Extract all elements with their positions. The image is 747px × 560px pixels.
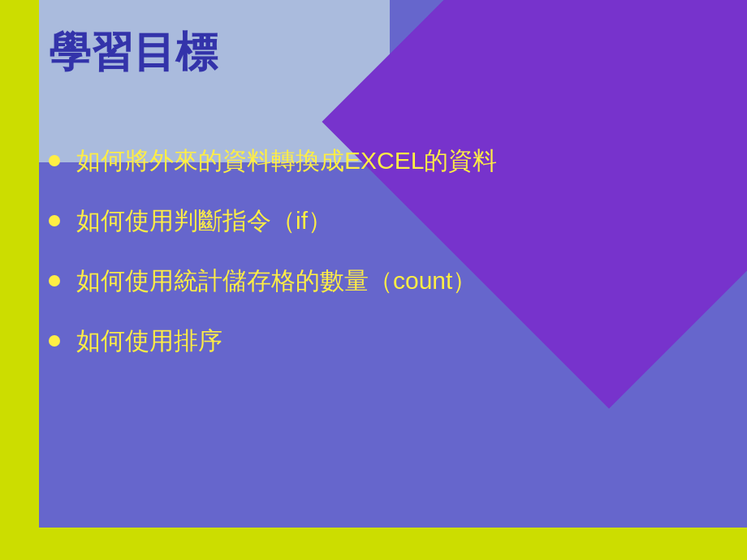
list-item: 如何將外來的資料轉換成EXCEL的資料 — [49, 146, 715, 175]
bullet-dot-2 — [49, 215, 60, 226]
left-bar — [0, 0, 39, 560]
list-item: 如何使用排序 — [49, 326, 715, 355]
title-area: 學習目標 — [49, 24, 218, 81]
bullet-text-4: 如何使用排序 — [76, 326, 222, 355]
bullet-text-2: 如何使用判斷指令（if） — [76, 206, 332, 235]
list-item: 如何使用統計儲存格的數量（count） — [49, 266, 715, 295]
bullet-dot-1 — [49, 155, 60, 166]
bullet-dot-4 — [49, 335, 60, 347]
content-area: 如何將外來的資料轉換成EXCEL的資料 如何使用判斷指令（if） 如何使用統計儲… — [49, 146, 715, 386]
slide-title: 學習目標 — [49, 24, 218, 81]
bullet-text-3: 如何使用統計儲存格的數量（count） — [76, 266, 477, 295]
bottom-bar — [0, 528, 747, 560]
bullet-text-1: 如何將外來的資料轉換成EXCEL的資料 — [76, 146, 497, 175]
slide: 學習目標 如何將外來的資料轉換成EXCEL的資料 如何使用判斷指令（if） 如何… — [0, 0, 747, 560]
list-item: 如何使用判斷指令（if） — [49, 206, 715, 235]
bullet-dot-3 — [49, 275, 60, 286]
